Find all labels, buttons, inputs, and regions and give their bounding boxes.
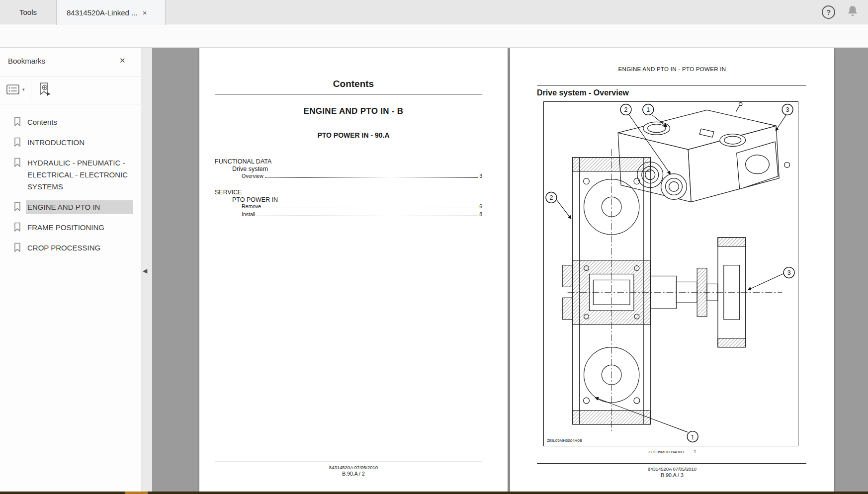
bookmark-icon (13, 137, 21, 149)
bookmark-item-frame-positioning[interactable]: FRAME POSITIONING (0, 221, 141, 235)
running-header: ENGINE AND PTO IN - PTO POWER IN (510, 66, 834, 72)
tab-close-icon[interactable]: × (143, 9, 147, 16)
bookmark-icon (13, 117, 21, 129)
toc-leader-dots (257, 216, 478, 216)
callout-balloon: 2 (549, 194, 553, 201)
bookmark-icon (13, 202, 21, 214)
tab-tools[interactable]: Tools (0, 0, 56, 24)
pdf-viewer-window: Tools 84314520A-Linked ... × ? (0, 0, 868, 494)
document-area: Contents ENGINE AND PTO IN - B PTO POWER… (152, 48, 868, 492)
toolbar-separator (31, 81, 31, 100)
bookmark-label: INTRODUCTION (26, 136, 133, 150)
bookmark-label: FRAME POSITIONING (26, 221, 133, 235)
bookmark-item-introduction[interactable]: INTRODUCTION (0, 136, 141, 150)
chapter-heading: ENGINE AND PTO IN - B (199, 106, 508, 116)
tab-bar: Tools 84314520A-Linked ... × ? (0, 0, 868, 24)
main-area: Bookmarks ✕ ▾ (0, 48, 868, 492)
figure-caption: ZEIL05MH0004H0B1 (510, 449, 834, 454)
bookmark-icon (13, 158, 21, 169)
callout-balloon: 1 (691, 434, 694, 441)
callout-balloon: 3 (786, 106, 789, 113)
toc-entry-overview[interactable]: Overview 3 (242, 173, 482, 179)
toc-leader-dots (265, 177, 478, 178)
bookmark-label: ENGINE AND PTO IN (26, 200, 133, 214)
pto-cross-section-diagram: 2 1 3 2 3 1 ZEIL05MH0004H0B (544, 102, 797, 445)
toc-entry-page: 6 (479, 203, 482, 209)
find-bookmark-icon (38, 82, 53, 98)
callout-balloon: 2 (624, 106, 628, 113)
toc-entry-label: Remove (242, 203, 261, 209)
contents-title: Contents (199, 79, 508, 89)
callout-balloon: 3 (787, 269, 791, 276)
header-rule (537, 85, 806, 85)
section-heading: PTO POWER IN - 90.A (199, 131, 508, 139)
bookmark-icon (13, 222, 21, 234)
toc-entry-page: 3 (479, 173, 482, 179)
bookmarks-toolbar: ▾ (0, 77, 141, 104)
toolbar: / 237 (0, 25, 868, 48)
footer-page-ref: B.90.A / 3 (510, 472, 834, 478)
bookmark-label: Contents (26, 115, 133, 129)
panel-gutter: ◀ (141, 48, 152, 492)
bookmarks-list: Contents INTRODUCTION HYDRAULIC - PNEUMA… (0, 104, 141, 255)
collapse-panel-arrow-icon[interactable]: ◀ (143, 267, 147, 274)
footer-rule (537, 463, 806, 464)
toc-heading-service: SERVICE (215, 189, 242, 196)
toc-heading-pto-power-in: PTO POWER IN (232, 196, 278, 203)
chevron-down-icon: ▾ (22, 87, 25, 92)
footer-doc-code: 84314520A 07/05/2010 (199, 465, 508, 470)
toc-heading-drive-system: Drive system (232, 165, 268, 172)
toc-leader-dots (262, 208, 478, 208)
figure-code-inframe: ZEIL05MH0004H0B (547, 439, 582, 443)
bookmarks-close-icon[interactable]: ✕ (119, 56, 126, 65)
bookmark-item-crop-processing[interactable]: CROP PROCESSING (0, 241, 141, 255)
bookmarks-title: Bookmarks (8, 57, 45, 65)
bookmark-options-icon (6, 83, 20, 95)
footer-rule (215, 462, 482, 462)
toc-heading-functional-data: FUNCTIONAL DATA (215, 158, 271, 165)
toc-entry-remove[interactable]: Remove 6 (242, 203, 482, 209)
toc-entry-page: 8 (479, 211, 482, 217)
toc-entry-label: Overview (242, 173, 263, 179)
bookmark-label: HYDRAULIC - PNEUMATIC - ELECTRICAL - ELE… (26, 156, 133, 194)
tab-document-label: 84314520A-Linked ... (67, 8, 138, 17)
footer-page-ref: B.90.A / 2 (199, 471, 508, 477)
toc-entry-label: Install (242, 211, 255, 217)
bookmark-label: CROP PROCESSING (26, 241, 133, 255)
tab-document[interactable]: 84314520A-Linked ... × (56, 0, 166, 25)
bookmark-item-hydraulic-systems[interactable]: HYDRAULIC - PNEUMATIC - ELECTRICAL - ELE… (0, 156, 141, 194)
notifications-bell-icon[interactable] (846, 4, 859, 20)
bottom-edge-accent (125, 492, 148, 494)
bookmarks-header: Bookmarks ✕ (0, 48, 141, 77)
bookmarks-panel: Bookmarks ✕ ▾ (0, 48, 141, 492)
pdf-page-right: ENGINE AND PTO IN - PTO POWER IN Drive s… (510, 48, 834, 492)
tab-tools-label: Tools (19, 8, 37, 16)
pto-drive-system-figure: 2 1 3 2 3 1 ZEIL05MH0004H0B (543, 101, 798, 446)
bookmark-options-button[interactable]: ▾ (6, 83, 25, 95)
figure-number: 1 (694, 449, 696, 454)
pdf-page-left: Contents ENGINE AND PTO IN - B PTO POWER… (199, 48, 508, 492)
title-rule (215, 94, 482, 94)
bookmark-item-engine-and-pto-in[interactable]: ENGINE AND PTO IN (0, 200, 141, 214)
tabbar-right-icons: ? (822, 0, 859, 24)
toc-entry-install[interactable]: Install 8 (242, 211, 482, 217)
bottom-edge-bar (0, 492, 868, 494)
figure-caption-code: ZEIL05MH0004H0B (648, 450, 684, 454)
footer-doc-code: 84314520A 07/05/2010 (510, 466, 834, 472)
bookmark-item-contents[interactable]: Contents (0, 115, 141, 129)
help-glyph: ? (826, 8, 831, 16)
bookmark-icon (13, 243, 21, 254)
find-current-bookmark-button[interactable] (38, 82, 53, 100)
help-icon[interactable]: ? (822, 5, 835, 19)
callout-balloon: 1 (646, 106, 650, 113)
figure-section-title: Drive system - Overview (537, 88, 629, 97)
